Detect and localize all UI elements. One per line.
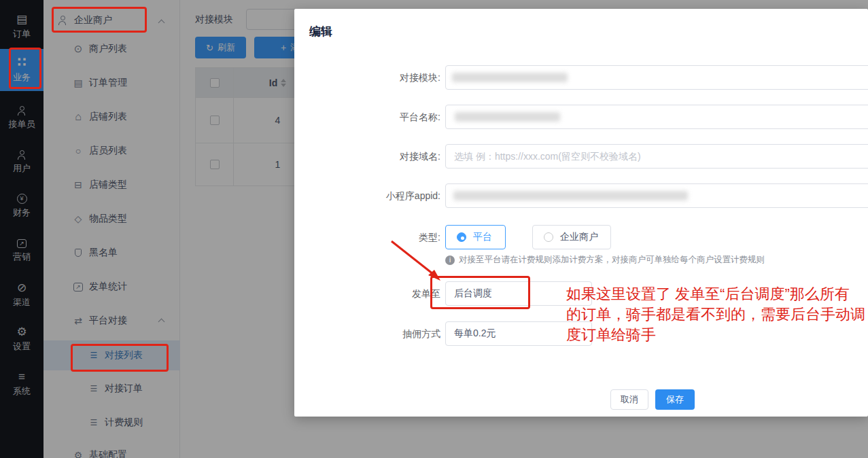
commission-select[interactable] — [445, 321, 592, 346]
billing-hint: i 对接至平台请在计费规则添加计费方案，对接商户可单独给每个商户设置计费规则 — [445, 254, 765, 266]
app-screen: 订单 业务 接单员 用户 ¥ 财务 ↗ 营销 渠道 设置 — [0, 0, 868, 458]
field-label: 类型: — [294, 225, 440, 249]
edit-modal: 编辑 对接模块: 平台名称: 对接域名: 小程序appid: 类型: 平台 企业… — [294, 9, 868, 417]
info-icon: i — [445, 256, 455, 265]
cancel-button[interactable]: 取消 — [610, 389, 648, 410]
field-label: 抽佣方式 — [294, 321, 440, 346]
redacted-value — [452, 73, 568, 82]
radio-unselected-icon — [544, 232, 553, 242]
type-option-enterprise[interactable]: 企业商户 — [532, 225, 611, 249]
modal-title: 编辑 — [309, 24, 332, 39]
save-button[interactable]: 保存 — [655, 389, 695, 410]
field-label: 对接域名: — [294, 144, 440, 169]
field-label: 对接模块: — [294, 65, 440, 90]
field-label: 小程序appid: — [294, 183, 440, 208]
type-option-platform[interactable]: 平台 — [445, 225, 506, 249]
redacted-value — [453, 191, 688, 200]
send-to-select[interactable] — [445, 281, 592, 306]
field-label: 平台名称: — [294, 105, 440, 129]
redacted-value — [455, 112, 560, 122]
domain-input[interactable] — [445, 144, 868, 169]
field-label: 发单至 — [294, 281, 440, 306]
radio-selected-icon — [457, 232, 466, 242]
